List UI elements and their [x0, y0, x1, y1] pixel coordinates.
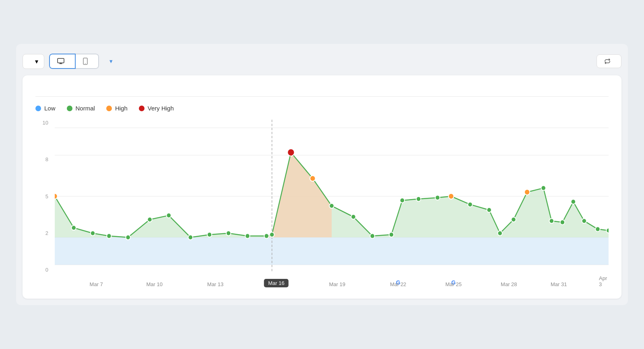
svg-point-18: [226, 231, 231, 236]
card-header: [35, 87, 609, 90]
svg-point-22: [287, 149, 294, 156]
x-axis: Mar 7Mar 10Mar 13Mar 16Mar 19Mar 22Mar 2…: [55, 273, 609, 289]
legend: LowNormalHighVery High: [35, 105, 609, 112]
svg-point-25: [351, 214, 355, 219]
mobile-button[interactable]: [76, 54, 99, 69]
x-label: Mar 28: [501, 281, 517, 287]
share-button[interactable]: [597, 54, 621, 68]
svg-point-41: [582, 218, 586, 223]
svg-point-35: [511, 217, 516, 222]
svg-point-34: [497, 231, 502, 236]
svg-point-29: [416, 197, 421, 202]
svg-point-19: [245, 234, 250, 239]
score-section: [602, 87, 609, 90]
legend-label: Normal: [76, 105, 95, 112]
svg-point-10: [71, 225, 76, 230]
legend-label: Low: [44, 105, 56, 112]
legend-item-low: Low: [35, 105, 56, 112]
main-chart-svg: [55, 120, 609, 273]
x-label: Mar 10: [146, 281, 162, 287]
desktop-button[interactable]: [49, 54, 76, 69]
legend-label: Very High: [148, 105, 174, 112]
x-label: Mar 7: [90, 281, 103, 287]
x-label: Mar 19: [329, 281, 345, 287]
svg-point-39: [560, 220, 565, 225]
chart-area: 108520 GGG Mar 7Mar 10Mar 13Mar 16Mar 19…: [35, 120, 609, 289]
device-group: [49, 54, 99, 69]
y-label: 10: [35, 120, 52, 126]
chevron-down-icon: ▾: [35, 58, 38, 65]
svg-point-11: [91, 231, 95, 236]
svg-point-42: [595, 227, 600, 232]
y-label: 2: [35, 230, 52, 236]
svg-point-20: [264, 234, 268, 239]
svg-point-32: [468, 202, 472, 207]
chevron-down-icon: ▾: [109, 58, 113, 65]
svg-point-17: [207, 232, 212, 237]
svg-point-23: [310, 176, 315, 181]
chart-inner: GGG: [55, 120, 609, 273]
legend-dot: [106, 106, 112, 111]
svg-point-15: [167, 213, 171, 218]
x-label: Mar 25: [445, 281, 461, 287]
country-selector[interactable]: ▾: [23, 54, 44, 69]
divider: [35, 96, 609, 97]
x-label: Apr 3: [599, 275, 607, 287]
svg-point-37: [541, 186, 545, 191]
compare-button[interactable]: ▾: [107, 58, 113, 65]
y-label: 0: [35, 267, 52, 273]
svg-point-38: [549, 218, 554, 223]
legend-label: High: [115, 105, 128, 112]
svg-point-33: [487, 208, 491, 212]
svg-point-14: [147, 217, 152, 222]
svg-point-26: [370, 234, 374, 239]
svg-point-9: [55, 193, 58, 199]
x-label: Mar 13: [207, 281, 223, 287]
svg-point-16: [188, 235, 193, 240]
svg-point-12: [107, 234, 111, 239]
x-label: Mar 16: [264, 279, 288, 287]
legend-item-normal: Normal: [67, 105, 95, 112]
y-label: 5: [35, 193, 52, 199]
legend-item-high: High: [106, 105, 128, 112]
main-card: LowNormalHighVery High 108520 GGG Mar 7M…: [23, 75, 621, 299]
svg-point-43: [606, 228, 609, 233]
svg-point-36: [524, 189, 530, 195]
svg-point-2: [85, 63, 86, 64]
svg-point-40: [571, 199, 576, 204]
svg-point-30: [435, 195, 440, 200]
y-axis: 108520: [35, 120, 52, 273]
legend-dot: [35, 106, 41, 111]
svg-point-27: [389, 232, 394, 237]
legend-dot: [67, 106, 72, 111]
legend-item-very-high: Very High: [139, 105, 174, 112]
mobile-icon: [83, 58, 88, 65]
x-label: Mar 31: [551, 281, 567, 287]
x-label: Mar 22: [390, 281, 406, 287]
main-container: ▾ ▾: [16, 44, 628, 305]
svg-point-21: [270, 232, 274, 237]
svg-point-31: [448, 193, 454, 199]
legend-dot: [139, 106, 144, 111]
desktop-icon: [57, 58, 64, 64]
svg-point-24: [329, 204, 334, 208]
svg-point-13: [126, 235, 130, 240]
share-icon: [604, 58, 611, 64]
svg-point-28: [400, 198, 405, 203]
y-label: 8: [35, 156, 52, 162]
toolbar: ▾ ▾: [23, 50, 621, 75]
svg-rect-0: [58, 58, 64, 63]
